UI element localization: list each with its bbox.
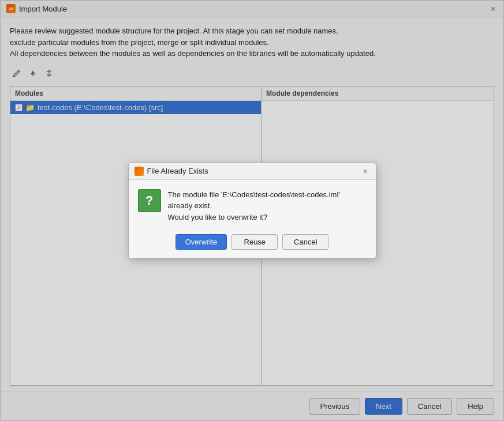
dialog-close-button[interactable]: × <box>361 167 370 176</box>
dialog-app-icon <box>135 167 144 176</box>
dialog-cancel-button[interactable]: Cancel <box>282 234 328 250</box>
dialog-message-line2: Would you like to overwrite it? <box>168 213 267 221</box>
main-window: M Import Module × Please review suggeste… <box>0 0 504 421</box>
dialog-title-left: File Already Exists <box>135 167 208 176</box>
dialog-buttons: Overwrite Reuse Cancel <box>129 230 376 258</box>
dialog-body: ? The module file 'E:\Codes\test-codes\t… <box>129 180 376 230</box>
dialog-message-line1: The module file 'E:\Codes\test-codes\tes… <box>168 190 340 210</box>
dialog-title: File Already Exists <box>147 167 208 175</box>
question-mark: ? <box>145 193 153 208</box>
reuse-button[interactable]: Reuse <box>232 234 278 250</box>
file-already-exists-dialog: File Already Exists × ? The module file … <box>128 163 376 259</box>
dialog-message: The module file 'E:\Codes\test-codes\tes… <box>168 189 367 223</box>
question-icon: ? <box>138 189 161 212</box>
overwrite-button[interactable]: Overwrite <box>176 234 227 250</box>
dialog-title-bar: File Already Exists × <box>129 163 376 180</box>
dialog-overlay: File Already Exists × ? The module file … <box>1 1 503 420</box>
